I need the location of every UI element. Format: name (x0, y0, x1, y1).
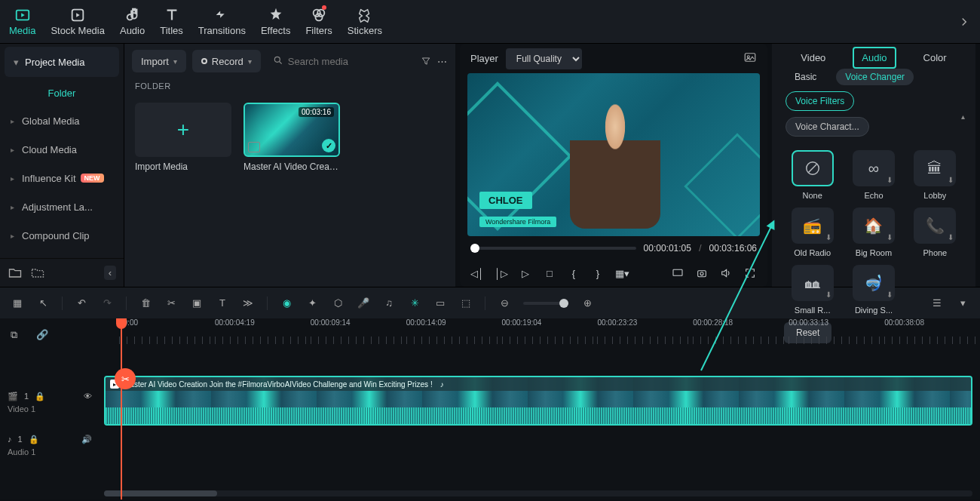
subtab-basic[interactable]: Basic (786, 69, 825, 85)
aspect-icon[interactable]: ⬚ (459, 297, 473, 310)
sidebar-item-global-media[interactable]: ▸Global Media (0, 106, 124, 135)
fullscreen-icon[interactable] (743, 266, 757, 280)
ai-icon[interactable]: ◉ (280, 297, 293, 310)
fx-small-room[interactable]: 🏘⬇Small R... (786, 265, 839, 315)
lock-icon[interactable]: 🔒 (29, 435, 39, 444)
collapse-sidebar-button[interactable]: ‹ (104, 266, 116, 280)
prev-frame-icon[interactable]: ◁│ (470, 266, 484, 280)
sparkle-icon[interactable]: ✦ (305, 297, 319, 310)
fx-old-radio[interactable]: 📻⬇Old Radio (786, 207, 839, 257)
rp-tab-video[interactable]: Video (793, 48, 833, 67)
tab-stock-media[interactable]: Stock Media (51, 7, 105, 36)
pill-voice-filters[interactable]: Voice Filters (786, 91, 854, 111)
next-frame-icon[interactable]: │▷ (495, 266, 508, 280)
phone-icon: 📞⬇ (914, 207, 956, 244)
link-icon[interactable]: 🔗 (36, 329, 48, 340)
timeline-clip[interactable]: ▸Master AI Video Creation Join the #Film… (104, 376, 972, 426)
speaker-icon[interactable]: 🔊 (81, 435, 92, 444)
play-icon[interactable]: ▷ (519, 266, 532, 280)
zoom-in-icon[interactable]: ⊕ (580, 297, 594, 310)
new-folder-plus-icon[interactable] (30, 266, 45, 281)
import-dropdown[interactable]: Import▾ (132, 50, 186, 72)
zoom-slider[interactable] (523, 302, 568, 305)
collapse-caret-icon[interactable]: ▴ (961, 112, 965, 121)
timeline-scrollbar[interactable] (104, 490, 972, 496)
tab-audio[interactable]: Audio (120, 7, 145, 36)
scrub-track[interactable] (470, 247, 636, 250)
delete-icon[interactable]: 🗑 (139, 297, 152, 310)
project-media-header[interactable]: ▾Project Media (5, 47, 119, 77)
small-room-icon: 🏘⬇ (792, 265, 834, 301)
fx-none[interactable]: None (786, 150, 839, 200)
subtab-voice-changer[interactable]: Voice Changer (836, 69, 914, 85)
shield-icon[interactable]: ⬡ (331, 297, 345, 310)
audio-track-header[interactable]: ♪1🔒🔊 Audio 1 (0, 429, 100, 462)
folder-label[interactable]: Folder (0, 80, 124, 106)
pill-voice-characters[interactable]: Voice Charact... (786, 117, 869, 137)
redo-icon[interactable]: ↷ (100, 297, 114, 310)
tab-filters[interactable]: Filters (305, 7, 332, 36)
zoom-knob[interactable] (559, 299, 568, 308)
fx-diving-suit[interactable]: 🤿⬇Diving S... (847, 265, 900, 315)
playhead[interactable] (121, 318, 122, 499)
mark-out-icon[interactable]: } (591, 266, 605, 280)
fx-big-room[interactable]: 🏠⬇Big Room (847, 207, 900, 257)
sidebar-item-adjustment-layer[interactable]: ▸Adjustment La... (0, 192, 124, 221)
tab-media[interactable]: Media (9, 7, 35, 36)
tab-effects[interactable]: Effects (261, 7, 291, 36)
filter-icon[interactable] (421, 54, 431, 69)
sidebar-item-compound-clip[interactable]: ▸Compound Clip (0, 221, 124, 250)
volume-icon[interactable] (719, 266, 733, 280)
preview-viewport[interactable]: CHLOE Wondershare Filmora (467, 73, 760, 235)
scissor-marker[interactable]: ✂ (115, 368, 136, 389)
new-folder-icon[interactable] (8, 266, 23, 281)
cursor-icon[interactable]: ↖ (36, 297, 50, 310)
zoom-out-icon[interactable]: ⊖ (498, 297, 511, 310)
crop-icon[interactable]: ▣ (190, 297, 204, 310)
tab-transitions[interactable]: Transitions (198, 7, 246, 36)
more-tabs-chevron[interactable] (957, 15, 971, 29)
snapshot-icon[interactable] (743, 51, 757, 66)
ratio-dropdown[interactable]: ▦▾ (615, 266, 629, 280)
media-clip-tile[interactable]: 00:03:16 ✓ Master AI Video Creati... (243, 103, 340, 172)
track-stack-icon[interactable]: ⧉ (11, 329, 17, 341)
video-track-header[interactable]: 🎬1🔒👁 Video 1 (0, 376, 100, 429)
more-options-icon[interactable]: ⋯ (437, 54, 448, 69)
total-time: 00:03:16:06 (709, 243, 757, 254)
cut-icon[interactable]: ✂ (164, 297, 178, 310)
fx-echo[interactable]: ∞⬇Echo (847, 150, 900, 200)
lock-icon[interactable]: 🔒 (35, 392, 45, 401)
quality-select[interactable]: Full Quality (506, 48, 582, 69)
chevron-right-icon: ▸ (11, 117, 14, 125)
rp-tab-color[interactable]: Color (916, 48, 954, 67)
rp-tab-audio[interactable]: Audio (853, 47, 896, 69)
playhead-handle[interactable] (116, 318, 127, 329)
marker-icon[interactable]: ✳ (408, 297, 421, 310)
grid-icon[interactable]: ▦ (11, 297, 24, 310)
more-tools-icon[interactable]: ≫ (241, 297, 255, 310)
display-icon[interactable] (671, 266, 684, 280)
mark-in-icon[interactable]: { (567, 266, 580, 280)
stop-icon[interactable]: □ (543, 266, 556, 280)
eye-icon[interactable]: 👁 (84, 392, 92, 401)
sidebar-item-influence-kit[interactable]: ▸Influence KitNEW (0, 164, 124, 192)
record-dropdown[interactable]: Record▾ (192, 50, 261, 72)
scrub-knob[interactable] (470, 244, 479, 253)
search-input[interactable] (288, 56, 415, 67)
tab-titles[interactable]: Titles (160, 7, 183, 36)
fx-phone[interactable]: 📞⬇Phone (908, 207, 962, 257)
mic-icon[interactable]: 🎤 (357, 297, 370, 310)
import-media-tile[interactable]: + Import Media (135, 103, 231, 172)
settings-dropdown-icon[interactable]: ▾ (956, 297, 969, 310)
undo-icon[interactable]: ↶ (75, 297, 88, 310)
camera-icon[interactable] (695, 266, 709, 280)
timeline-ruler[interactable]: 00:00 00:00:04:19 00:00:09:14 00:00:14:0… (100, 318, 980, 344)
sidebar-item-cloud-media[interactable]: ▸Cloud Media (0, 135, 124, 164)
music-icon[interactable]: ♫ (382, 297, 396, 310)
tab-stickers[interactable]: Stickers (348, 7, 382, 36)
fx-lobby[interactable]: 🏛⬇Lobby (908, 150, 962, 200)
list-icon[interactable]: ☰ (930, 297, 944, 310)
text-icon[interactable]: T (216, 297, 229, 310)
echo-icon: ∞⬇ (853, 150, 895, 186)
frame-icon[interactable]: ▭ (433, 297, 447, 310)
